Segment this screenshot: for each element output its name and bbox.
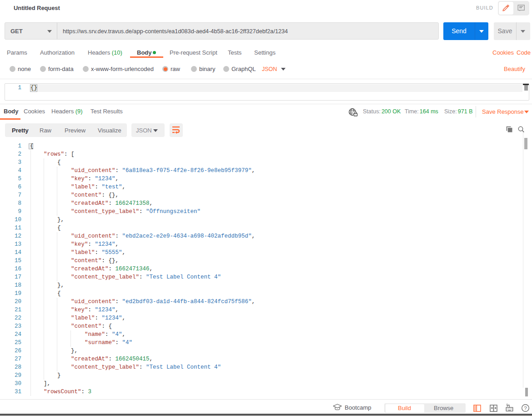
svg-text:?: ? bbox=[524, 406, 527, 411]
